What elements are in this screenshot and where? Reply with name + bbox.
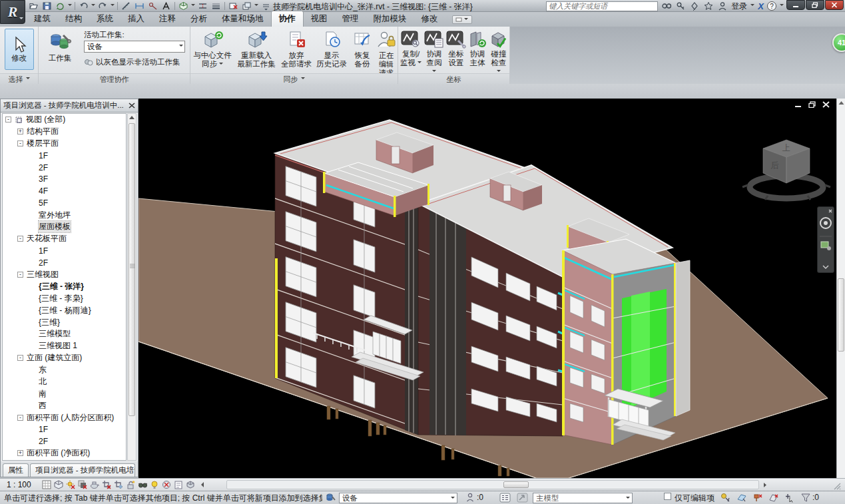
tab-systems[interactable]: 系统 [89, 11, 121, 27]
tree-expander[interactable]: + [17, 450, 23, 456]
tag-icon[interactable] [147, 1, 158, 11]
sign-in-dropdown-arrow[interactable] [750, 4, 754, 8]
worksharing-display-icon[interactable] [161, 479, 172, 490]
modify-button[interactable]: 修改 [5, 29, 34, 70]
tree-item-roof-slab[interactable]: 屋面楼板 [3, 221, 126, 233]
displaced-elements-icon[interactable] [185, 479, 196, 490]
exchange-apps-icon[interactable]: X [758, 1, 764, 11]
tree-item-south[interactable]: 南 [3, 387, 126, 399]
design-option-dropdown[interactable]: 主模型 [533, 493, 633, 503]
tree-item-elevations[interactable]: -立面 (建筑立面) [3, 352, 126, 364]
tree-item-3d-default[interactable]: {三维} [3, 316, 126, 328]
tree-item-views[interactable]: -视图 (全部) [3, 114, 126, 126]
crop-view-icon[interactable] [101, 479, 112, 490]
select-by-face-toggle[interactable] [768, 493, 779, 503]
browser-scrollbar-thumb[interactable] [129, 123, 135, 416]
tree-item-3d-yangyudi[interactable]: {三维 - 杨雨迪} [3, 304, 126, 316]
tree-item-3d-lixiao[interactable]: {三维 - 李枭} [3, 292, 126, 304]
tree-item-north[interactable]: 北 [3, 376, 126, 388]
select-links-toggle[interactable] [720, 493, 731, 503]
temporary-view-properties-icon[interactable] [173, 479, 184, 490]
visual-style-icon[interactable] [53, 479, 64, 490]
minimize-button[interactable] [786, 0, 805, 10]
redo-dropdown-arrow[interactable] [111, 4, 115, 8]
reveal-hidden-elements-icon[interactable] [149, 479, 160, 490]
worksets-status-icon[interactable] [326, 493, 336, 503]
tree-item-area-1f[interactable]: 1F [3, 423, 126, 435]
measure-icon[interactable] [121, 1, 132, 11]
open-file-icon[interactable] [28, 1, 39, 11]
tree-item-structural-plans[interactable]: +结构平面 [3, 126, 126, 138]
scroll-right-icon[interactable] [762, 482, 768, 488]
browser-scrollbar[interactable] [127, 113, 137, 461]
active-workset-status-dropdown[interactable]: 设备 [339, 493, 457, 503]
tree-item-west[interactable]: 西 [3, 399, 126, 411]
detail-level-icon[interactable] [41, 479, 52, 490]
subscription-key-icon[interactable] [675, 1, 686, 11]
sync-dropdown-arrow[interactable] [68, 4, 72, 8]
tree-item-area-2f[interactable]: 2F [3, 435, 126, 447]
viewcube-side-label[interactable]: 后 [770, 160, 779, 170]
select-underlay-toggle[interactable] [736, 493, 747, 503]
coordination-host-button[interactable]: 协调主体 [467, 28, 487, 67]
sun-path-icon[interactable] [65, 479, 76, 490]
view-restore-icon[interactable] [808, 101, 816, 108]
restore-button[interactable] [806, 0, 824, 10]
editing-requests-count[interactable]: :0 [477, 493, 483, 502]
stair-curtain-band[interactable] [429, 210, 466, 435]
viewport-scrollbar-thumb[interactable] [838, 278, 844, 352]
interference-check-button[interactable]: 碰撞检查 [489, 28, 509, 76]
tree-item-area-plans-civil[interactable]: -面积平面 (人防分区面积) [3, 411, 126, 423]
horizontal-scrollbar[interactable] [226, 480, 759, 489]
tree-expander[interactable]: - [17, 355, 23, 361]
tree-item-3d-zhangyang[interactable]: {三维 - 张洋} [3, 280, 126, 292]
thin-lines-icon[interactable] [210, 1, 222, 11]
tree-item-3d-views[interactable]: -三维视图 [3, 269, 126, 281]
tree-expander[interactable]: - [17, 140, 23, 146]
tab-addins[interactable]: 附加模块 [366, 11, 414, 27]
restore-backup-button[interactable]: 恢复备份 [350, 28, 374, 69]
sign-in-person-icon[interactable] [717, 1, 728, 11]
design-options-dialog-icon[interactable] [499, 493, 511, 503]
viewcube-top-label[interactable]: 上 [782, 143, 790, 152]
sign-in-label[interactable]: 登录 [731, 1, 747, 12]
view-lock-icon[interactable] [125, 479, 136, 490]
copy-monitor-dropdown-arrow[interactable] [418, 61, 422, 65]
help-icon[interactable]: ? [767, 1, 776, 11]
tree-item-3f[interactable]: 3F [3, 173, 126, 185]
tree-item-east[interactable]: 东 [3, 364, 126, 376]
sync-central-dropdown-arrow[interactable] [219, 63, 223, 67]
active-workset-dropdown[interactable]: 设备 [84, 41, 185, 53]
default-3d-view-icon[interactable] [178, 1, 189, 11]
tab-collaborate[interactable]: 协作 [271, 11, 304, 27]
tab-annotate[interactable]: 注释 [152, 11, 183, 27]
horizontal-scrollbar-thumb[interactable] [503, 481, 529, 488]
search-icon[interactable] [661, 1, 672, 11]
relinquish-all-button[interactable]: 放弃全部请求 [280, 28, 313, 69]
tab-insert[interactable]: 插入 [121, 11, 152, 27]
navbar-more-icon[interactable] [823, 266, 828, 268]
building-3d-model[interactable] [139, 99, 836, 478]
view-scale[interactable]: 1 : 100 [7, 480, 41, 489]
tab-analyze[interactable]: 分析 [183, 11, 214, 27]
worksets-button[interactable]: 工作集 [41, 29, 79, 63]
tab-massing-site[interactable]: 体量和场地 [214, 11, 271, 27]
tab-modify[interactable]: 修改 [414, 11, 445, 27]
application-menu-button[interactable]: R [0, 0, 25, 24]
search-input[interactable] [546, 1, 658, 11]
drawing-area-3d-view[interactable]: 上 后 [139, 99, 836, 478]
undo-dropdown-arrow[interactable] [91, 4, 95, 8]
select-pinned-toggle[interactable] [752, 493, 763, 503]
project-browser-close-icon[interactable] [129, 103, 135, 109]
coordination-review-button[interactable]: 协调查阅 [423, 28, 445, 76]
tree-item-ceiling-plans[interactable]: -天花板平面 [3, 233, 126, 245]
text-icon[interactable] [160, 1, 172, 11]
zoom-tool-icon[interactable] [821, 242, 828, 248]
gray-inactive-worksets-toggle[interactable]: 以灰色显示非活动工作集 [84, 57, 180, 67]
coordinates-button[interactable]: 坐标设置 [446, 28, 466, 67]
tree-item-3d-model[interactable]: 三维模型 [3, 328, 126, 340]
navbar-close-icon[interactable] [829, 210, 832, 212]
temporary-hide-isolate-icon[interactable] [137, 479, 148, 490]
tree-item-5f[interactable]: 5F [3, 197, 126, 209]
panel-label-synchronize[interactable]: 同步 [190, 73, 398, 84]
